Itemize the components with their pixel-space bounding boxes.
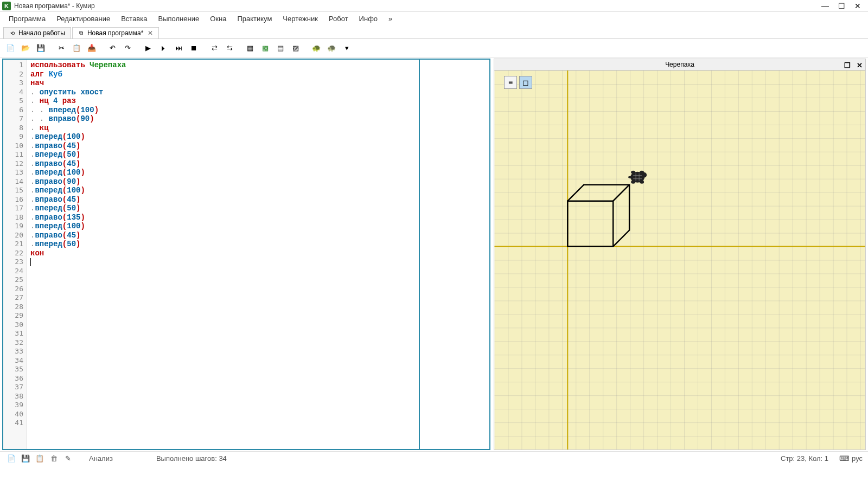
menu-item-0[interactable]: Программа (3, 14, 51, 24)
line-number: 1 (4, 61, 23, 70)
grid3-icon[interactable]: ▤ (273, 41, 288, 55)
menu-item-6[interactable]: Чертежник (277, 14, 323, 24)
menu-item-4[interactable]: Окна (205, 14, 232, 24)
toggle-b-icon[interactable]: ⇆ (222, 41, 237, 55)
paste-icon[interactable]: 📥 (85, 41, 99, 55)
more-icon[interactable]: ▾ (340, 41, 354, 55)
menu-item-2[interactable]: Вставка (116, 14, 152, 24)
step-icon[interactable]: ⏵ (156, 41, 170, 55)
code-line[interactable]: . нц 4 раз (30, 97, 416, 106)
line-number: 19 (4, 222, 23, 231)
status-btn-5[interactable]: ✎ (62, 453, 74, 464)
code-line[interactable]: .вперед(50) (30, 240, 416, 249)
line-number: 18 (4, 213, 23, 222)
new-file-icon[interactable]: 📄 (3, 41, 17, 55)
line-number: 9 (4, 132, 23, 142)
grid1-icon[interactable]: ▦ (243, 41, 257, 55)
status-btn-3[interactable]: 📋 (34, 453, 46, 464)
maximize-button[interactable]: ☐ (833, 1, 850, 11)
open-file-icon[interactable]: 📂 (18, 41, 33, 55)
turtle-dark-icon[interactable]: 🐢 (324, 41, 339, 55)
line-number: 33 (4, 347, 23, 356)
code-line[interactable]: .вперед(100) (30, 186, 416, 195)
code-line[interactable]: нач (30, 79, 416, 88)
code-line[interactable]: . . вперед(100) (30, 106, 416, 115)
tab-0[interactable]: ⟲Начало работы (3, 27, 71, 38)
line-number: 20 (4, 231, 23, 240)
cut-icon[interactable]: ✂ (54, 41, 68, 55)
tab-icon: ⧉ (78, 30, 85, 36)
undo-icon[interactable]: ↶ (105, 41, 119, 55)
code-line[interactable]: .вправо(45) (30, 231, 416, 240)
copy-icon[interactable]: 📋 (69, 41, 84, 55)
svg-point-9 (631, 181, 635, 184)
menu-item-8[interactable]: Инфо (354, 14, 383, 24)
line-number: 23 (4, 258, 23, 267)
tab-close-icon[interactable]: ✕ (148, 29, 153, 37)
redo-icon[interactable]: ↷ (120, 41, 135, 55)
turtle-menu-button[interactable]: ≡ (504, 76, 517, 89)
code-line[interactable]: использовать Черепаха (30, 61, 416, 70)
grid2-icon[interactable]: ▩ (258, 41, 272, 55)
svg-point-7 (631, 171, 635, 174)
code-line[interactable]: .вперед(100) (30, 132, 416, 142)
code-line[interactable]: кон (30, 249, 416, 258)
line-number: 35 (4, 365, 23, 374)
code-line[interactable]: .вперед(50) (30, 204, 416, 213)
code-line[interactable]: алг Куб (30, 70, 416, 79)
grid4-icon[interactable]: ▨ (289, 41, 303, 55)
code-line[interactable]: .вперед(100) (30, 168, 416, 177)
menu-item-7[interactable]: Робот (323, 14, 354, 24)
line-number: 14 (4, 177, 23, 187)
step-over-icon[interactable]: ⏭ (171, 41, 186, 55)
line-number: 21 (4, 240, 23, 249)
code-line[interactable]: .вправо(45) (30, 159, 416, 169)
code-line[interactable]: . опустить хвост (30, 88, 416, 97)
minimize-button[interactable]: — (817, 1, 833, 11)
status-cursor-position: Стр: 23, Кол: 1 (781, 454, 828, 463)
run-icon[interactable]: ▶ (141, 41, 155, 55)
menu-item-1[interactable]: Редактирование (51, 14, 116, 24)
code-line[interactable]: .вправо(45) (30, 142, 416, 151)
status-btn-4[interactable]: 🗑 (48, 453, 60, 464)
tab-bar: ⟲Начало работы⧉Новая программа*✕ (0, 25, 868, 39)
status-btn-2[interactable]: 💾 (20, 453, 31, 464)
line-number: 24 (4, 267, 23, 276)
line-number: 13 (4, 168, 23, 177)
line-number: 41 (4, 419, 23, 428)
menu-item-5[interactable]: Практикум (232, 14, 277, 24)
line-number: 22 (4, 249, 23, 258)
save-icon[interactable]: 💾 (34, 41, 48, 55)
toggle-a-icon[interactable]: ⇄ (207, 41, 221, 55)
code-line[interactable]: . кц (30, 124, 416, 133)
line-number: 16 (4, 195, 23, 204)
code-line[interactable]: .вправо(90) (30, 177, 416, 187)
status-keyboard-icon: ⌨ (839, 454, 850, 463)
menu-item-9[interactable]: » (383, 14, 398, 24)
code-line[interactable] (30, 258, 416, 267)
app-icon: K (2, 2, 11, 10)
status-btn-1[interactable]: 📄 (5, 453, 17, 464)
stop-icon[interactable]: ⏹ (187, 41, 201, 55)
line-number: 29 (4, 311, 23, 320)
close-button[interactable]: ✕ (850, 1, 866, 11)
menu-item-3[interactable]: Выполнение (152, 14, 205, 24)
turtle-canvas[interactable]: ≡ ◻ (494, 70, 866, 450)
code-editor[interactable]: использовать Черепахаалг Кубнач. опустит… (27, 60, 419, 449)
turtle-close-button[interactable]: ✕ (854, 60, 864, 70)
status-language[interactable]: рус (852, 454, 863, 463)
line-number: 27 (4, 293, 23, 303)
turtle-color-button[interactable]: ◻ (519, 76, 532, 89)
code-line[interactable]: . . вправо(90) (30, 114, 416, 124)
code-line[interactable]: .вправо(135) (30, 213, 416, 222)
line-number: 11 (4, 150, 23, 159)
code-line[interactable]: .вправо(45) (30, 195, 416, 204)
turtle-title-text: Черепаха (665, 61, 694, 68)
code-line[interactable]: .вперед(50) (30, 150, 416, 159)
turtle-maximize-button[interactable]: ❐ (843, 60, 852, 70)
code-line[interactable]: .вперед(100) (30, 222, 416, 231)
turtle-toolbar: ≡ ◻ (504, 76, 532, 89)
tab-1[interactable]: ⧉Новая программа*✕ (72, 27, 159, 38)
turtle-green-icon[interactable]: 🐢 (309, 41, 323, 55)
turtle-panel-title: Черепаха ❐ ✕ (494, 59, 866, 70)
